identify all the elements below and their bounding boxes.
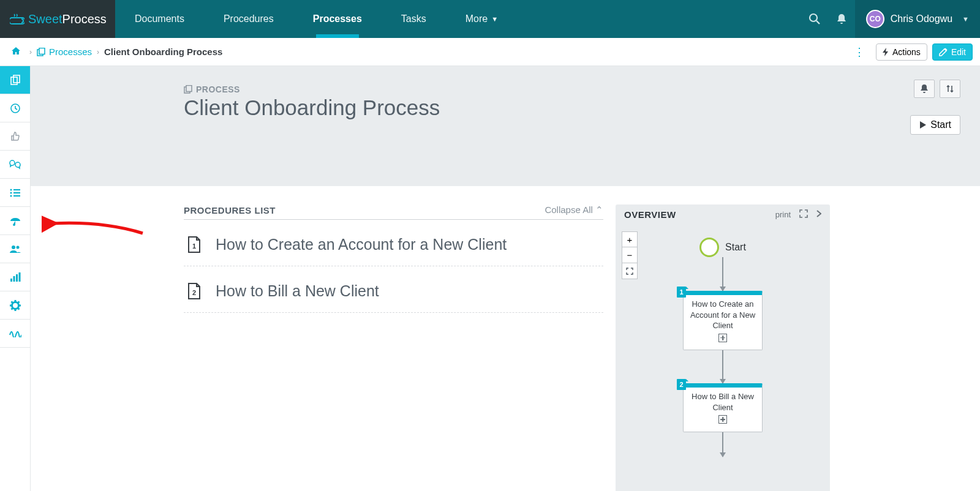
procedure-title: How to Bill a New Client: [216, 282, 379, 300]
svg-rect-16: [13, 276, 15, 282]
edit-button[interactable]: Edit: [932, 43, 973, 61]
rail-list-icon[interactable]: [0, 179, 30, 207]
breadcrumb-processes-label: Processes: [49, 47, 92, 57]
list-heading: PROCEDURES LIST: [184, 205, 276, 216]
svg-rect-17: [16, 274, 18, 282]
stack-icon: [37, 48, 45, 56]
user-name: Chris Odogwu: [891, 13, 952, 24]
logo-text-sweet: Sweet: [28, 12, 62, 26]
flowchart: Start 1 How to Create an Account for a N…: [616, 231, 830, 491]
breadcrumb-sep: ›: [92, 48, 104, 56]
chevron-down-icon: ▼: [491, 15, 498, 23]
svg-point-14: [16, 246, 19, 249]
nav-more-label: More: [466, 13, 488, 24]
rail-copy-icon[interactable]: [0, 66, 30, 94]
left-rail: [0, 66, 31, 491]
flow-start-node[interactable]: Start: [699, 238, 746, 257]
body-area: PROCEDURES LIST Collapse All ⌃ 1 How to …: [31, 186, 980, 491]
edit-icon: [939, 48, 948, 56]
svg-point-11: [10, 195, 12, 197]
svg-rect-4: [11, 77, 17, 84]
arrow-down-icon: [722, 350, 723, 383]
svg-rect-26: [186, 86, 192, 92]
collapse-label: Collapse All: [545, 204, 592, 215]
sort-button[interactable]: [940, 80, 960, 98]
list-header: PROCEDURES LIST Collapse All ⌃: [184, 204, 603, 220]
nav-tasks[interactable]: Tasks: [382, 0, 446, 38]
nav-documents[interactable]: Documents: [115, 0, 204, 38]
procedure-title: How to Create an Account for a New Clien…: [216, 236, 507, 253]
hero-label: PROCESS: [184, 84, 960, 94]
flow-start-label: Start: [725, 242, 746, 253]
nav-processes[interactable]: Processes: [293, 0, 382, 38]
logo[interactable]: SweetProcess: [0, 0, 115, 38]
rail-pulse-icon[interactable]: [0, 320, 30, 348]
svg-point-7: [10, 189, 12, 190]
flow-card[interactable]: 1 How to Create an Account for a New Cli…: [683, 291, 763, 350]
nav-more[interactable]: More▼: [446, 0, 518, 38]
breadcrumb-actions: ⋮ Actions Edit: [848, 43, 973, 61]
expand-plus-icon[interactable]: [718, 334, 727, 342]
card-badge: 1: [677, 287, 686, 298]
stack-icon: [184, 85, 192, 94]
arrow-down-icon: [722, 432, 723, 457]
top-nav: SweetProcess Documents Procedures Proces…: [0, 0, 980, 38]
rail-users-icon[interactable]: [0, 235, 30, 263]
breadcrumb-sep: ›: [24, 48, 37, 56]
rail-chat-icon[interactable]: [0, 151, 30, 179]
user-menu[interactable]: CO Chris Odogwu ▼: [855, 0, 980, 38]
search-icon[interactable]: [801, 0, 828, 38]
start-button[interactable]: Start: [910, 115, 960, 135]
breadcrumb-processes[interactable]: Processes: [37, 47, 92, 57]
procedure-item[interactable]: 1 How to Create an Account for a New Cli…: [184, 220, 603, 266]
doc-icon: 2: [187, 283, 201, 300]
doc-icon: 1: [187, 236, 201, 253]
overview-header: OVERVIEW print: [616, 204, 830, 222]
start-circle-icon: [699, 238, 719, 257]
bell-icon[interactable]: [828, 0, 855, 38]
overview-heading: OVERVIEW: [624, 209, 676, 220]
rail-thumb-icon[interactable]: [0, 122, 30, 151]
collapse-all[interactable]: Collapse All ⌃: [545, 204, 603, 216]
expand-icon[interactable]: [799, 209, 808, 220]
svg-rect-15: [10, 279, 12, 282]
page-title: Client Onboarding Process: [184, 96, 960, 120]
notify-button[interactable]: [914, 80, 935, 98]
chevron-down-icon: ▼: [962, 15, 969, 23]
svg-point-13: [12, 246, 15, 249]
svg-point-0: [810, 14, 817, 21]
home-icon[interactable]: [7, 44, 24, 59]
card-title: How to Bill a New Client: [687, 391, 758, 413]
print-link[interactable]: print: [775, 210, 791, 219]
breadcrumb-current: Client Onboarding Process: [104, 47, 222, 57]
content: PROCESS Client Onboarding Process Start …: [31, 66, 980, 491]
svg-rect-3: [39, 48, 45, 54]
hero-label-text: PROCESS: [196, 84, 240, 94]
flow-card[interactable]: 2 How to Bill a New Client: [683, 383, 763, 432]
edit-label: Edit: [951, 47, 966, 57]
hero: PROCESS Client Onboarding Process Start: [31, 66, 980, 186]
avatar: CO: [866, 10, 884, 28]
hero-tools: Start: [910, 80, 960, 135]
svg-point-24: [13, 303, 18, 308]
rail-bars-icon[interactable]: [0, 263, 30, 291]
bolt-icon: [883, 48, 889, 56]
expand-plus-icon[interactable]: [718, 415, 727, 424]
start-label: Start: [930, 119, 951, 130]
svg-point-9: [10, 192, 12, 193]
chevron-right-icon[interactable]: [816, 210, 821, 219]
main-nav: Documents Procedures Processes Tasks Mor…: [115, 0, 801, 38]
rail-gear-icon[interactable]: [0, 291, 30, 320]
card-title: How to Create an Account for a New Clien…: [687, 299, 758, 331]
chevron-up-icon: ⌃: [595, 204, 603, 215]
kebab-menu-icon[interactable]: ⋮: [848, 43, 871, 61]
overview-panel: OVERVIEW print + − Start: [616, 204, 830, 491]
play-icon: [919, 121, 927, 129]
rail-clock-icon[interactable]: [0, 94, 30, 122]
svg-rect-18: [18, 272, 20, 282]
rail-umbrella-icon[interactable]: [0, 207, 30, 235]
breadcrumb-bar: › Processes › Client Onboarding Process …: [0, 38, 980, 66]
nav-procedures[interactable]: Procedures: [204, 0, 293, 38]
procedure-item[interactable]: 2 How to Bill a New Client: [184, 266, 603, 313]
actions-button[interactable]: Actions: [876, 43, 927, 61]
